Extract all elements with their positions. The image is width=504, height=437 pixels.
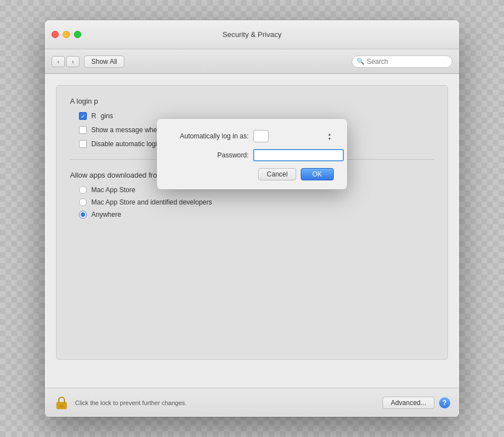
maximize-button[interactable] xyxy=(74,31,81,38)
toolbar: ‹ › Show All 🔍 xyxy=(45,49,459,74)
minimize-button[interactable] xyxy=(63,31,70,38)
auto-login-label: Automatically log in as: xyxy=(170,132,249,140)
ok-button[interactable]: OK xyxy=(301,168,334,180)
auto-login-row: Automatically log in as: ▲ ▼ xyxy=(170,130,334,142)
cancel-button[interactable]: Cancel xyxy=(258,168,296,180)
advanced-button[interactable]: Advanced... xyxy=(382,397,435,409)
lock-icon[interactable] xyxy=(54,395,69,411)
close-button[interactable] xyxy=(52,31,59,38)
search-input[interactable] xyxy=(367,58,447,66)
password-row: Password: xyxy=(170,149,334,161)
password-label: Password: xyxy=(170,151,249,159)
select-arrows: ▲ ▼ xyxy=(328,132,332,141)
traffic-lights xyxy=(52,31,81,38)
forward-button[interactable]: › xyxy=(66,56,80,67)
back-button[interactable]: ‹ xyxy=(52,56,65,67)
titlebar: Security & Privacy xyxy=(45,20,459,49)
show-all-button[interactable]: Show All xyxy=(84,55,124,68)
nav-buttons: ‹ › xyxy=(52,56,80,67)
svg-point-2 xyxy=(61,405,63,406)
footer-right: Advanced... ? xyxy=(382,397,450,409)
password-input[interactable] xyxy=(253,149,344,161)
search-icon: 🔍 xyxy=(357,58,365,65)
help-button[interactable]: ? xyxy=(439,397,450,408)
modal-buttons: Cancel OK xyxy=(170,168,334,180)
footer-lock-text: Click the lock to prevent further change… xyxy=(75,399,186,406)
search-box[interactable]: 🔍 xyxy=(352,55,452,68)
arrow-up-icon: ▲ xyxy=(328,132,332,136)
modal-overlay: Automatically log in as: ▲ ▼ Password: xyxy=(45,74,459,388)
footer: Click the lock to prevent further change… xyxy=(45,388,459,417)
window-title: Security & Privacy xyxy=(222,30,281,39)
auto-login-select[interactable] xyxy=(253,130,269,142)
main-window: Security & Privacy ‹ › Show All 🔍 A logi… xyxy=(45,20,459,417)
auto-login-select-wrapper: ▲ ▼ xyxy=(253,130,334,142)
login-dialog: Automatically log in as: ▲ ▼ Password: xyxy=(157,119,347,189)
arrow-down-icon: ▼ xyxy=(328,137,332,141)
content-area: A login p R gins Show a message when the… xyxy=(45,74,459,388)
